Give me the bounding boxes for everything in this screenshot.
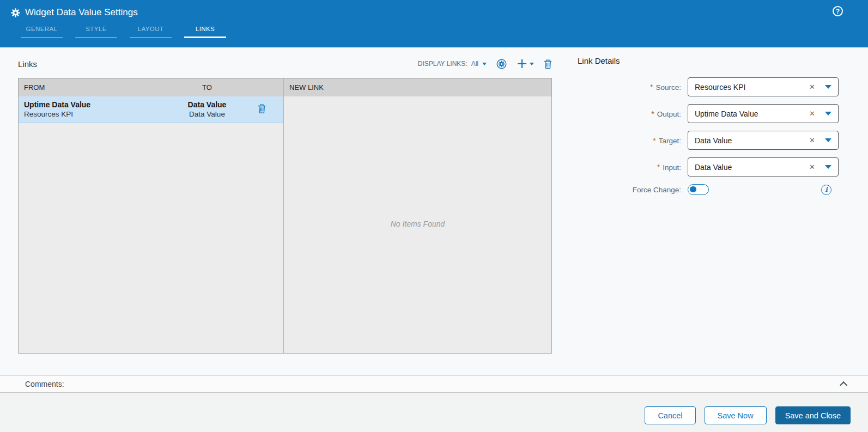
link-details-section: Link Details *Source: Resources KPI ✕ *O… (578, 56, 850, 195)
chevron-down-icon[interactable] (825, 85, 831, 89)
chevron-down-icon[interactable] (825, 112, 831, 115)
plus-icon (517, 58, 527, 69)
chevron-down-icon[interactable] (825, 165, 831, 169)
toggle-knob (690, 186, 696, 193)
required-marker: * (650, 83, 653, 92)
comments-bar: Comments: (0, 375, 868, 393)
required-marker: * (653, 136, 655, 145)
gear-circle-icon (496, 59, 507, 69)
input-label: *Input: (578, 163, 681, 172)
new-link-panel: NEW LINK No Items Found (284, 78, 551, 353)
target-value: Data Value (695, 136, 809, 145)
gear-icon (11, 8, 20, 17)
link-from-cell: Uptime Data Value Resources KPI (19, 100, 174, 119)
form-row-target: *Target: Data Value ✕ (578, 131, 850, 150)
input-dropdown[interactable]: Data Value ✕ (688, 157, 839, 177)
auto-link-button[interactable] (496, 59, 507, 69)
output-label: *Output: (578, 109, 681, 118)
form-row-output: *Output: Uptime Data Value ✕ (578, 104, 850, 123)
links-table-header: FROM TO (19, 78, 283, 96)
clear-icon[interactable]: ✕ (809, 163, 815, 171)
link-row-actions (240, 104, 283, 115)
add-link-button[interactable] (517, 58, 534, 69)
output-dropdown[interactable]: Uptime Data Value ✕ (688, 104, 839, 123)
tab-bar: GENERAL STYLE LAYOUT LINKS (21, 26, 226, 38)
display-links-value: All (471, 60, 478, 68)
clear-icon[interactable]: ✕ (809, 83, 815, 91)
link-to-cell: Data Value Data Value (174, 100, 240, 119)
save-and-close-button[interactable]: Save and Close (775, 406, 851, 424)
tab-links[interactable]: LINKS (184, 26, 226, 38)
trash-icon[interactable] (258, 104, 266, 113)
empty-state-text: No Items Found (284, 220, 551, 228)
link-from-widget: Uptime Data Value (24, 100, 174, 109)
cancel-button[interactable]: Cancel (645, 406, 695, 424)
dialog-header: Widget Data Value Settings ? GENERAL STY… (0, 0, 868, 47)
existing-links-panel: FROM TO Uptime Data Value Resources KPI … (19, 78, 284, 353)
chevron-down-icon (482, 63, 487, 65)
links-table: FROM TO Uptime Data Value Resources KPI … (18, 78, 552, 354)
link-from-source: Resources KPI (24, 109, 174, 119)
links-section: Links DISPLAY LINKS: All (18, 56, 552, 354)
save-now-button[interactable]: Save Now (705, 406, 767, 424)
column-header-to: TO (174, 83, 240, 92)
output-value: Uptime Data Value (695, 109, 809, 118)
link-row-selected[interactable]: Uptime Data Value Resources KPI Data Val… (19, 96, 283, 123)
form-row-force-change: Force Change: i (578, 184, 850, 195)
required-marker: * (657, 163, 660, 172)
column-header-new-link: NEW LINK (284, 83, 551, 92)
dialog-title: Widget Data Value Settings (25, 7, 138, 18)
required-marker: * (651, 109, 654, 118)
force-change-toggle[interactable] (688, 184, 709, 195)
new-link-header: NEW LINK (284, 78, 551, 96)
chevron-down-icon[interactable] (825, 138, 831, 142)
title-row: Widget Data Value Settings (0, 0, 868, 18)
links-toolbar: DISPLAY LINKS: All (418, 58, 552, 69)
chevron-down-icon (530, 63, 534, 65)
display-links-label: DISPLAY LINKS: (418, 60, 468, 68)
link-to-widget: Data Value (174, 100, 240, 109)
form-row-source: *Source: Resources KPI ✕ (578, 77, 850, 96)
target-label: *Target: (578, 136, 681, 145)
link-details-title: Link Details (578, 56, 850, 65)
link-details-form: *Source: Resources KPI ✕ *Output: Uptime… (578, 77, 850, 195)
info-circle-icon[interactable]: i (821, 185, 831, 195)
tab-style[interactable]: STYLE (75, 26, 117, 38)
chevron-up-icon[interactable] (840, 381, 847, 389)
clear-icon[interactable]: ✕ (809, 136, 815, 144)
widget-settings-dialog: Widget Data Value Settings ? GENERAL STY… (0, 0, 868, 432)
main-content: Links DISPLAY LINKS: All (0, 47, 868, 375)
footer-actions: Cancel Save Now Save and Close (0, 393, 868, 432)
input-value: Data Value (695, 163, 809, 172)
source-label: *Source: (578, 83, 681, 92)
source-value: Resources KPI (695, 83, 809, 92)
new-link-body: No Items Found (284, 96, 551, 353)
form-row-input: *Input: Data Value ✕ (578, 157, 850, 177)
comments-label: Comments: (25, 380, 64, 388)
display-links-filter[interactable]: DISPLAY LINKS: All (418, 60, 487, 68)
delete-link-button[interactable] (544, 59, 552, 69)
trash-icon (544, 59, 552, 69)
target-dropdown[interactable]: Data Value ✕ (688, 131, 839, 150)
tab-general[interactable]: GENERAL (21, 26, 63, 38)
column-header-from: FROM (19, 83, 174, 92)
links-section-title: Links (18, 59, 37, 69)
links-table-body: Uptime Data Value Resources KPI Data Val… (19, 96, 283, 353)
links-header: Links DISPLAY LINKS: All (18, 56, 552, 71)
tab-layout[interactable]: LAYOUT (130, 26, 172, 38)
link-to-target: Data Value (174, 109, 240, 119)
force-change-label: Force Change: (578, 186, 681, 194)
source-dropdown[interactable]: Resources KPI ✕ (688, 77, 839, 96)
help-circle-icon[interactable]: ? (833, 6, 843, 16)
clear-icon[interactable]: ✕ (809, 109, 815, 118)
